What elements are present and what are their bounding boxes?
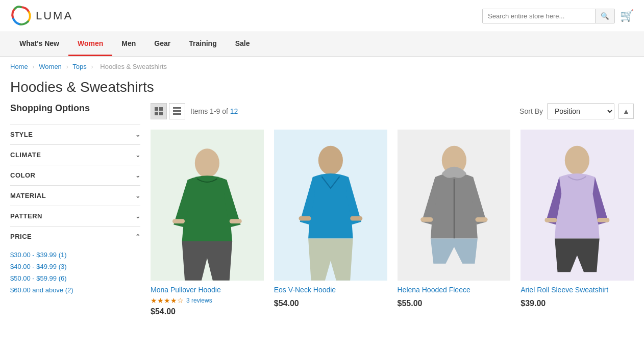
- cart-icon[interactable]: 🛒: [620, 9, 634, 22]
- breadcrumb-home[interactable]: Home: [10, 63, 28, 70]
- product-price-helena: $55.00: [398, 299, 511, 308]
- logo[interactable]: LUMA: [10, 5, 73, 27]
- product-price-ariel: $39.00: [521, 299, 634, 308]
- chevron-down-icon-4: ⌄: [135, 192, 141, 199]
- items-count: Items 1-9 of 12: [190, 107, 238, 115]
- price-option-50-59[interactable]: $50.00 - $59.99 (6): [10, 272, 140, 284]
- chevron-down-icon-3: ⌄: [135, 172, 141, 179]
- view-toggle: [151, 103, 185, 119]
- nav-item-whats-new[interactable]: What's New: [10, 32, 68, 56]
- filter-climate: CLIMATE ⌄: [10, 144, 140, 165]
- product-name-mona[interactable]: Mona Pullover Hoodie: [151, 286, 264, 294]
- product-figure-helena: [398, 130, 511, 281]
- product-card-eos[interactable]: Eos V-Neck Hoodie $54.00: [274, 130, 387, 316]
- product-content: Items 1-9 of 12 Sort By Position Product…: [151, 103, 634, 316]
- filter-style-header[interactable]: STYLE ⌄: [10, 124, 140, 144]
- svg-rect-1: [155, 107, 158, 111]
- product-image-eos: [274, 130, 387, 281]
- filter-material-header[interactable]: MATERIAL ⌄: [10, 186, 140, 206]
- chevron-down-icon: ⌄: [135, 131, 141, 138]
- svg-rect-4: [159, 112, 163, 115]
- product-name-ariel[interactable]: Ariel Roll Sleeve Sweatshirt: [521, 286, 634, 294]
- price-options: $30.00 - $39.99 (1) $40.00 - $49.99 (3) …: [10, 246, 140, 301]
- svg-rect-20: [598, 218, 610, 222]
- items-total-link[interactable]: 12: [230, 107, 238, 115]
- svg-point-8: [195, 148, 219, 178]
- filter-color-label: COLOR: [10, 171, 35, 179]
- svg-rect-7: [173, 113, 181, 115]
- product-price-eos: $54.00: [274, 299, 387, 308]
- chevron-down-icon-5: ⌄: [135, 213, 141, 220]
- product-image-ariel: [521, 130, 634, 281]
- search-input[interactable]: [483, 9, 595, 23]
- search-box: 🔍: [482, 9, 615, 23]
- breadcrumb-current: Hoodies & Sweatshirts: [100, 63, 167, 70]
- product-name-eos[interactable]: Eos V-Neck Hoodie: [274, 286, 387, 294]
- review-link-mona[interactable]: 3 reviews: [186, 297, 212, 304]
- sidebar: Shopping Options STYLE ⌄ CLIMATE ⌄ COLOR…: [10, 103, 140, 316]
- page-title: Hoodies & Sweatshirts: [0, 77, 644, 103]
- filter-material-label: MATERIAL: [10, 192, 46, 199]
- svg-point-11: [318, 146, 343, 175]
- filter-pattern-header[interactable]: PATTERN ⌄: [10, 206, 140, 226]
- filter-climate-label: CLIMATE: [10, 151, 41, 159]
- product-grid: Mona Pullover Hoodie ★★★★☆ 3 reviews $54…: [151, 130, 634, 316]
- breadcrumb-sep-2: ›: [66, 63, 68, 70]
- svg-rect-9: [172, 219, 185, 223]
- nav-item-men[interactable]: Men: [112, 32, 145, 56]
- nav-item-gear[interactable]: Gear: [145, 32, 180, 56]
- grid-view-button[interactable]: [151, 103, 167, 119]
- svg-rect-12: [299, 216, 311, 221]
- nav-item-training[interactable]: Training: [180, 32, 226, 56]
- search-button[interactable]: 🔍: [595, 9, 614, 23]
- product-image-mona: [151, 130, 264, 281]
- filter-color-header[interactable]: COLOR ⌄: [10, 165, 140, 185]
- sidebar-title: Shopping Options: [10, 103, 140, 116]
- price-option-30-39[interactable]: $30.00 - $39.99 (1): [10, 249, 140, 261]
- grid-icon: [155, 107, 163, 115]
- product-card-helena[interactable]: Helena Hooded Fleece $55.00: [398, 130, 511, 316]
- product-image-helena: [398, 130, 511, 281]
- header: LUMA 🔍 🛒: [0, 0, 644, 32]
- sort-direction-button[interactable]: ▲: [618, 104, 634, 119]
- filter-material: MATERIAL ⌄: [10, 185, 140, 206]
- nav-item-sale[interactable]: Sale: [226, 32, 259, 56]
- nav-item-women[interactable]: Women: [68, 32, 112, 56]
- price-option-40-49[interactable]: $40.00 - $49.99 (3): [10, 261, 140, 272]
- main-nav: What's New Women Men Gear Training Sale: [0, 32, 644, 57]
- product-rating-mona: ★★★★☆ 3 reviews: [151, 296, 264, 305]
- filter-pattern-label: PATTERN: [10, 212, 42, 220]
- filter-price: PRICE ⌃ $30.00 - $39.99 (1) $40.00 - $49…: [10, 226, 140, 301]
- svg-rect-6: [173, 110, 181, 112]
- toolbar-right: Sort By Position Product Name Price ▲: [519, 103, 634, 119]
- logo-text: LUMA: [36, 9, 73, 22]
- filter-style: STYLE ⌄: [10, 124, 140, 144]
- header-right: 🔍 🛒: [482, 9, 634, 23]
- svg-rect-19: [545, 218, 557, 222]
- list-view-button[interactable]: [169, 103, 185, 119]
- breadcrumb-women[interactable]: Women: [39, 63, 62, 70]
- breadcrumb-sep-1: ›: [32, 63, 34, 70]
- product-name-helena[interactable]: Helena Hooded Fleece: [398, 286, 511, 294]
- product-figure-eos: [274, 130, 387, 281]
- svg-rect-3: [155, 112, 158, 115]
- product-card-mona[interactable]: Mona Pullover Hoodie ★★★★☆ 3 reviews $54…: [151, 130, 264, 316]
- logo-icon: [10, 5, 32, 27]
- svg-rect-2: [159, 107, 163, 111]
- filter-price-header[interactable]: PRICE ⌃: [10, 227, 140, 246]
- toolbar-left: Items 1-9 of 12: [151, 103, 238, 119]
- chevron-up-icon: ⌃: [135, 233, 141, 240]
- filter-climate-header[interactable]: CLIMATE ⌄: [10, 145, 140, 165]
- svg-point-18: [565, 146, 589, 175]
- chevron-down-icon-2: ⌄: [135, 152, 141, 159]
- svg-rect-17: [475, 217, 487, 222]
- filter-style-label: STYLE: [10, 131, 33, 138]
- product-card-ariel[interactable]: Ariel Roll Sleeve Sweatshirt $39.00: [521, 130, 634, 316]
- price-option-60-above[interactable]: $60.00 and above (2): [10, 284, 140, 296]
- sort-by-label: Sort By: [519, 107, 543, 115]
- main-content: Shopping Options STYLE ⌄ CLIMATE ⌄ COLOR…: [0, 103, 644, 316]
- sort-select[interactable]: Position Product Name Price: [547, 103, 614, 119]
- toolbar: Items 1-9 of 12 Sort By Position Product…: [151, 103, 634, 119]
- breadcrumb-tops[interactable]: Tops: [72, 63, 86, 70]
- svg-rect-5: [173, 107, 181, 109]
